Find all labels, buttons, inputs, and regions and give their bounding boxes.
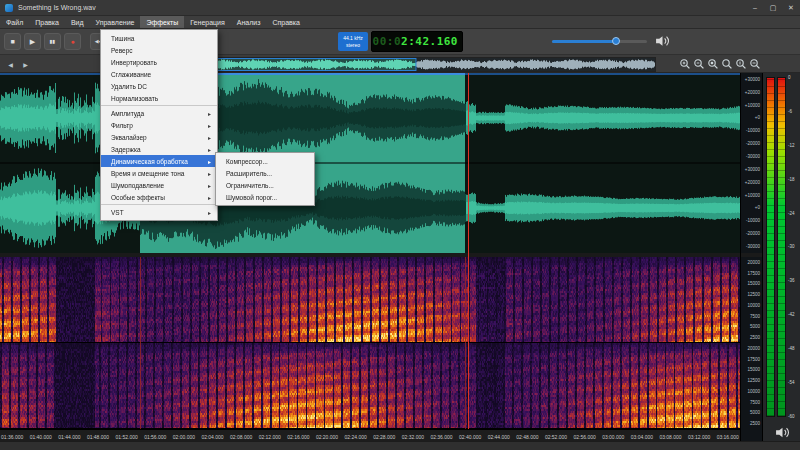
effects-menu-item[interactable]: Время и смещение тона ▸ [101, 167, 217, 179]
meter-bar-right [777, 77, 786, 417]
meter-db-scale: 0-6-12-18-24-30-36-42-48-54-60 [788, 75, 795, 419]
frequency-label: 2500 [750, 421, 760, 426]
maximize-button[interactable]: ▢ [764, 0, 782, 16]
time-ruler-label: 03:00.000 [602, 434, 624, 440]
window-title: Something Is Wrong.wav [18, 4, 96, 11]
menu-item-label: Сглаживание [111, 71, 151, 78]
monitor-volume-icon[interactable] [775, 426, 790, 439]
record-button[interactable]: ● [64, 33, 81, 50]
dynamics-submenu-item[interactable]: Расширитель... [216, 167, 314, 179]
frequency-label: 10000 [747, 389, 760, 394]
time-ruler-label: 02:12.000 [259, 434, 281, 440]
zoom-fit-button[interactable] [720, 57, 733, 70]
amplitude-scale-right: +30000+20000+10000+0-10000-20000-30000 [741, 163, 762, 253]
time-ruler-label: 01:48.000 [87, 434, 109, 440]
frequency-label: 15000 [747, 367, 760, 372]
menubar-item[interactable]: Правка [29, 16, 65, 28]
effects-menu-item[interactable]: Фильтр ▸ [101, 119, 217, 131]
minimize-button[interactable]: – [746, 0, 764, 16]
frequency-label: 10000 [747, 303, 760, 308]
meter-db-label: -36 [788, 278, 795, 283]
frequency-label: 20000 [747, 346, 760, 351]
dynamics-submenu-item[interactable]: Ограничитель... [216, 179, 314, 191]
time-ruler-label: 01:44.000 [58, 434, 80, 440]
effects-menu-item[interactable]: Инвертировать [101, 56, 217, 68]
time-ruler-label: 02:04.000 [201, 434, 223, 440]
menubar-item[interactable]: Вид [65, 16, 90, 28]
submenu-arrow-icon: ▸ [208, 182, 211, 189]
effects-menu-item[interactable]: Особые эффекты ▸ [101, 191, 217, 203]
menubar-item[interactable]: Файл [0, 16, 29, 28]
time-ruler-label: 02:00.000 [173, 434, 195, 440]
effects-menu-item[interactable]: Шумоподавление ▸ [101, 179, 217, 191]
submenu-arrow-icon: ▸ [208, 122, 211, 129]
effects-menu: Тишина Реверс Инвертировать Сглаживание … [100, 29, 218, 221]
effects-menu-item[interactable]: Удалить DC [101, 80, 217, 92]
amplitude-label: +10000 [745, 103, 760, 108]
speaker-icon[interactable] [655, 34, 670, 48]
menu-item-label: VST [111, 209, 124, 216]
selection-start-edge[interactable] [140, 257, 141, 429]
time-ruler-label: 01:56.000 [144, 434, 166, 440]
zoom-in-button[interactable] [678, 57, 691, 70]
effects-menu-item[interactable]: Нормализовать [101, 92, 217, 104]
pause-button[interactable]: ▮▮ [44, 33, 61, 50]
effects-menu-item[interactable]: Задержка ▸ [101, 143, 217, 155]
zoom-out-button[interactable] [692, 57, 705, 70]
menu-bar: ФайлПравкаВидУправлениеЭффектыГенерацияА… [0, 16, 800, 29]
volume-fill [552, 40, 616, 43]
playhead-cursor[interactable] [468, 73, 469, 429]
stop-icon: ■ [10, 38, 14, 45]
time-display-dim: 00:0 [373, 35, 402, 48]
time-display-value: 2:42.160 [401, 35, 458, 48]
play-button[interactable]: ▶ [24, 33, 41, 50]
effects-menu-item[interactable]: Амплитуда ▸ [101, 107, 217, 119]
menubar-item[interactable]: Генерация [184, 16, 230, 28]
history-forward-button[interactable]: ▶ [19, 58, 32, 70]
menubar-item[interactable]: Анализ [231, 16, 267, 28]
selection-end-edge[interactable] [465, 257, 466, 429]
zoom-fit-icon [721, 58, 733, 70]
submenu-arrow-icon: ▸ [208, 146, 211, 153]
menu-item-label: Задержка [111, 146, 141, 153]
effects-menu-item[interactable]: Сглаживание [101, 68, 217, 80]
frequency-label: 20000 [747, 260, 760, 265]
menubar-item[interactable]: Справка [266, 16, 305, 28]
zoom-toolbar [678, 57, 761, 70]
time-ruler-label: 02:28.000 [373, 434, 395, 440]
stop-button[interactable]: ■ [4, 33, 21, 50]
frequency-label: 15000 [747, 281, 760, 286]
time-ruler-label: 02:08.000 [230, 434, 252, 440]
overview-strip[interactable] [202, 57, 656, 72]
effects-menu-item[interactable]: Эквалайзер ▸ [101, 131, 217, 143]
effects-menu-item[interactable]: Динамическая обработка ▸ [101, 155, 217, 167]
menu-item-label: Динамическая обработка [111, 158, 188, 165]
amplitude-label: +20000 [745, 180, 760, 185]
zoom-vertical-out-button[interactable] [748, 57, 761, 70]
submenu-arrow-icon: ▸ [208, 110, 211, 117]
time-ruler-label: 02:44.000 [488, 434, 510, 440]
submenu-arrow-icon: ▸ [208, 194, 211, 201]
dynamics-submenu-item[interactable]: Шумовой порог... [216, 191, 314, 203]
time-ruler-label: 01:52.000 [116, 434, 138, 440]
dynamics-submenu-item[interactable]: Компрессор... [216, 155, 314, 167]
history-back-button[interactable]: ◀ [4, 58, 17, 70]
menubar-item[interactable]: Эффекты [140, 16, 184, 28]
volume-knob[interactable] [612, 37, 620, 45]
amplitude-label: -20000 [746, 141, 760, 146]
effects-menu-item[interactable]: VST ▸ [101, 206, 217, 218]
menubar-item[interactable]: Управление [90, 16, 141, 28]
frequency-label: 12500 [747, 292, 760, 297]
spectrogram-display[interactable] [0, 257, 740, 429]
effects-menu-item[interactable]: Реверс [101, 44, 217, 56]
playback-volume-slider[interactable] [552, 40, 647, 43]
amplitude-label: -30000 [746, 154, 760, 159]
time-ruler[interactable]: 01:36.00001:40.00001:44.00001:48.00001:5… [0, 429, 740, 441]
zoom-selection-button[interactable] [706, 57, 719, 70]
time-ruler-label: 01:36.000 [1, 434, 23, 440]
submenu-arrow-icon: ▸ [208, 134, 211, 141]
close-button[interactable]: ✕ [782, 0, 800, 16]
zoom-vertical-in-button[interactable] [734, 57, 747, 70]
effects-menu-item[interactable]: Тишина [101, 32, 217, 44]
time-display: 00:02:42.160 [371, 31, 463, 52]
